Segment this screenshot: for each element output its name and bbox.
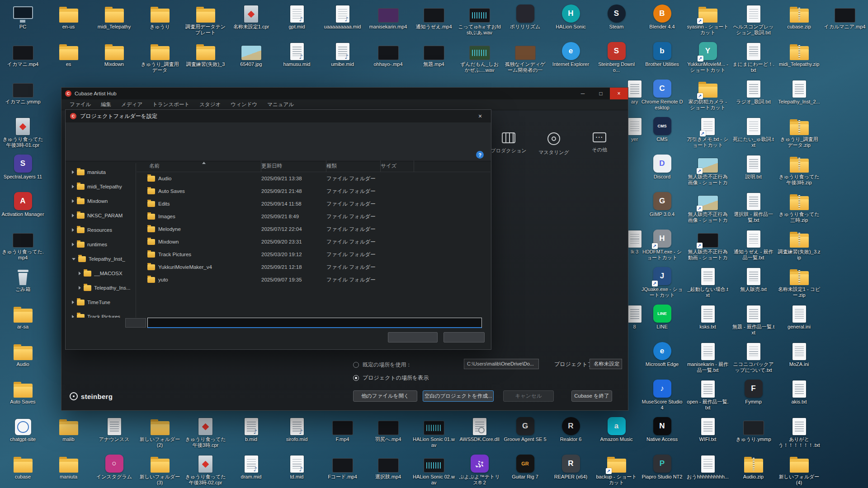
hub-category-mastering[interactable]: マスタリング: [533, 132, 575, 156]
desktop-icon[interactable]: Audio.zip: [731, 452, 776, 480]
tree-item[interactable]: runtimes: [66, 237, 136, 252]
default-location-option[interactable]: 既定の場所を使用：: [353, 361, 412, 369]
desktop-icon[interactable]: こってゅhォすおfdsbぶあ.wav: [457, 2, 502, 36]
desktop-icon[interactable]: ↗家の防犯カメラ - ショートカット: [685, 77, 730, 111]
desktop-icon[interactable]: きゅうり: [137, 2, 182, 30]
desktop-icon[interactable]: bBrother Utilities: [640, 39, 684, 67]
desktop-icon[interactable]: ↗無人販売不正行為画像 - ショートカット: [685, 189, 730, 224]
desktop-icon[interactable]: ↗無人販売不正行為動画 - ショートカット: [685, 227, 730, 262]
chevron-right-icon[interactable]: [79, 272, 81, 275]
desktop-icon[interactable]: midi_Telepathy: [92, 2, 137, 30]
file-row[interactable]: Images2025/09/21 8:49ファイル フォルダー: [137, 210, 491, 223]
desktop-icon[interactable]: BBlender 4.4: [640, 2, 684, 30]
desktop-icon[interactable]: ヘルスコンプレッション_歌詞.txt: [731, 2, 776, 36]
desktop-icon[interactable]: 名称未設定1 - コピー.zip: [777, 264, 821, 299]
column-header[interactable]: 種類: [326, 160, 381, 172]
desktop-icon[interactable]: malib: [46, 414, 91, 442]
chevron-right-icon[interactable]: [72, 315, 74, 318]
desktop-icon[interactable]: RReaktor 6: [548, 414, 593, 442]
desktop-icon[interactable]: SSpectraLayers 11: [0, 152, 45, 180]
column-header[interactable]: 更新日時: [261, 160, 326, 172]
desktop-icon[interactable]: イカマニ.ymmp: [0, 77, 45, 105]
desktop-icon[interactable]: AActivation Manager: [0, 189, 45, 217]
file-row[interactable]: Audio2025/09/21 13:38ファイル フォルダー: [137, 172, 491, 185]
desktop-icon[interactable]: きゅうり_調査用データ: [137, 39, 182, 74]
tree-item[interactable]: maniuta: [66, 165, 136, 179]
desktop-icon[interactable]: ずんだもん_しおかぜふ....wav: [457, 39, 502, 74]
desktop-icon[interactable]: NNative Access: [640, 414, 684, 442]
desktop-icon[interactable]: uaaaaaaaaa.mid: [320, 2, 365, 30]
desktop-icon[interactable]: 名称未設定1.cpr: [229, 2, 274, 30]
file-row[interactable]: Melodyne2025/07/12 22:04ファイル フォルダー: [137, 223, 491, 235]
desktop-icon[interactable]: ar-sa: [0, 302, 45, 330]
file-row[interactable]: Mixdown2025/09/20 23:31ファイル フォルダー: [137, 235, 491, 248]
desktop-icon[interactable]: PC: [0, 2, 45, 30]
desktop-icon[interactable]: eMicrosoft Edge: [640, 339, 684, 367]
desktop-icon[interactable]: まにまにわーど！.txt: [731, 39, 776, 74]
desktop-icon[interactable]: td.mid: [274, 452, 319, 480]
hub-category-other[interactable]: ···その他: [579, 132, 620, 153]
desktop-icon[interactable]: きゅうり食ってた午後3時.zip: [777, 152, 821, 186]
desktop-icon[interactable]: ohhayo-.mp4: [366, 39, 410, 67]
menu-item[interactable]: スタジオ: [195, 100, 225, 109]
desktop-icon[interactable]: ○インスタグラム: [92, 452, 137, 480]
desktop-icon[interactable]: きゅうり食ってた三時.zip: [777, 189, 821, 224]
desktop-icon[interactable]: きゅうり.ymmp: [731, 414, 776, 442]
chevron-right-icon[interactable]: [72, 185, 74, 188]
desktop-icon[interactable]: ↗backup - ショートカット: [594, 452, 639, 486]
desktop-icon[interactable]: sirofo.mid: [274, 414, 319, 442]
hub-cancel-button[interactable]: キャンセル: [503, 390, 554, 402]
chevron-right-icon[interactable]: [72, 199, 74, 203]
sort-ascending-icon[interactable]: [202, 162, 206, 164]
desktop-icon[interactable]: GRGuitar Rig 7: [503, 452, 547, 480]
desktop-icon[interactable]: 羽尻へ.mp4: [366, 414, 410, 442]
window-titlebar[interactable]: C Cubase Artist Hub ─ □ ×: [61, 88, 628, 99]
desktop-icon[interactable]: hamusu.mid: [274, 39, 319, 67]
menu-item[interactable]: マニュアル: [263, 100, 298, 109]
desktop-icon[interactable]: Fコード.mp4: [320, 452, 365, 480]
select-folder-button[interactable]: [388, 332, 438, 343]
desktop-icon[interactable]: open - 親作品一覧.txt: [685, 377, 730, 411]
desktop-icon[interactable]: HALion Sonic 01.wav: [411, 414, 456, 449]
menu-item[interactable]: ウィンドウ: [226, 100, 262, 109]
desktop-icon[interactable]: es: [46, 39, 91, 67]
desktop-icon[interactable]: 通知うぜえ.mp4: [411, 2, 456, 30]
desktop-icon[interactable]: GGIMP 3.0.4: [640, 189, 684, 217]
desktop-icon[interactable]: J↗JQuake.exe - ショートカット: [640, 264, 684, 299]
folder-name-input[interactable]: [147, 318, 482, 328]
prompt-location-option[interactable]: プロジェクトの場所を表示: [353, 374, 429, 382]
desktop-icon[interactable]: CChrome Remote Desktop: [640, 77, 684, 111]
menu-item[interactable]: メディア: [117, 100, 147, 109]
desktop-icon[interactable]: 新しいフォルダー (2): [137, 414, 182, 449]
hub-category-production[interactable]: プロダクション: [488, 132, 529, 154]
desktop-icon[interactable]: AWSSDK.Core.dll: [457, 414, 502, 442]
desktop-icon[interactable]: chatgpt-site: [0, 414, 45, 442]
desktop-icon[interactable]: MoZA.ini: [777, 339, 821, 367]
file-row[interactable]: YukkuriMovieMaker_v42025/09/21 12:18ファイル…: [137, 261, 491, 273]
chevron-down-icon[interactable]: [72, 258, 75, 260]
desktop-icon[interactable]: 65407.jpg: [229, 39, 274, 67]
desktop-icon[interactable]: Telepathy_Inst_2...: [777, 77, 821, 105]
desktop-icon[interactable]: ポリリリズム: [503, 2, 547, 30]
radio-selected-icon[interactable]: [353, 375, 359, 381]
desktop-icon[interactable]: LINELINE: [640, 302, 684, 330]
desktop-icon[interactable]: gpt.mid: [274, 2, 319, 30]
file-row[interactable]: yuto2025/09/07 19:35ファイル フォルダー: [137, 273, 491, 286]
tree-item[interactable]: Telepathy_Ins...: [66, 281, 136, 295]
menu-item[interactable]: トランスポート: [148, 100, 194, 109]
desktop-icon[interactable]: 新しいフォルダー (3): [137, 452, 182, 486]
desktop-icon[interactable]: ↗syasinn - ショートカット: [685, 2, 730, 36]
desktop-icon[interactable]: ニコニコバックアップについて.txt: [731, 339, 776, 374]
desktop-icon[interactable]: ↗万引きメモ.txt - ショートカット: [685, 114, 730, 149]
desktop-icon[interactable]: きゅうり_調査用データ.zip: [777, 114, 821, 149]
menu-item[interactable]: ファイル: [65, 100, 95, 109]
desktop-icon[interactable]: WIFI.txt: [685, 414, 730, 442]
desktop-icon[interactable]: おうhhhhhhhhhh...: [685, 452, 730, 480]
close-button[interactable]: ×: [610, 88, 628, 99]
desktop-icon[interactable]: RREAPER (x64): [548, 452, 593, 480]
open-other-file-button[interactable]: 他のファイルを開く: [353, 390, 417, 402]
tree-item[interactable]: __MACOSX: [66, 266, 136, 281]
tree-item[interactable]: Mixdown: [66, 194, 136, 208]
desktop-icon[interactable]: 調査練習(失敗)_3: [183, 39, 228, 67]
dialog-titlebar[interactable]: C プロジェクトフォルダーを設定 ×: [66, 110, 491, 122]
